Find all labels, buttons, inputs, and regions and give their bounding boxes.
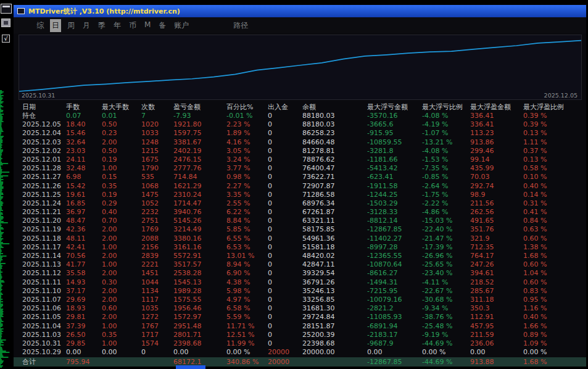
cell-value: 764.17 xyxy=(470,252,523,260)
cell-value: 0.15 xyxy=(102,173,141,181)
column-header: 手数 xyxy=(66,102,102,112)
table-row[interactable]: 2025.11.1114.930.3010441545.134.38 %0367… xyxy=(14,278,586,287)
cell-value: 321.9 xyxy=(470,234,523,243)
cell-value: 3940.76 xyxy=(173,208,226,217)
table-row[interactable]: 2025.11.1848.112.0020883380.166.55 %0549… xyxy=(14,234,586,243)
table-row[interactable]: 2025.11.1341.771.0022213517.578.94 %0428… xyxy=(14,260,586,269)
menu-item-备[interactable]: 备 xyxy=(157,19,168,32)
menu-item-季[interactable]: 季 xyxy=(96,19,107,32)
titlebar[interactable]: MTDriver统计 ,V3.10 (http://mtdriver.cn) xyxy=(14,5,586,17)
cell-value: -1244.25 xyxy=(367,191,422,199)
table-row[interactable]: 2025.11.0618.930.6010351956.466.58 %0316… xyxy=(14,304,586,313)
cell-value: 211.59 xyxy=(470,331,523,339)
table-row[interactable]: 持仓0.070.017-7.93-0.01 %088180.03-3570.16… xyxy=(14,112,586,120)
cell-value: 0.23 xyxy=(102,129,141,138)
cell-value: 457.95 xyxy=(470,322,523,331)
table-row[interactable]: 2025.12.0415.460.2310331597.751.89 %0862… xyxy=(14,129,586,138)
cell-value: 3214.49 xyxy=(173,225,226,234)
table-row[interactable]: 2025.10.290.000.0000.000.00 %2000020000.… xyxy=(14,348,586,357)
table-row[interactable]: 2025.11.0326.500.3517172801.7112.51 %025… xyxy=(14,331,586,339)
cell-value: 311.18 xyxy=(470,296,523,304)
check-icon[interactable]: √ xyxy=(2,35,10,43)
cell-date: 2025.11.28 xyxy=(22,164,66,173)
cell-value: -1911.58 xyxy=(367,182,422,191)
table-row[interactable]: 2025.11.2416.850.2910521714.472.55 %0689… xyxy=(14,199,586,208)
table-row[interactable]: 2025.11.0729.692.0011171575.554.97 %0332… xyxy=(14,296,586,304)
cell-value: 8.94 % xyxy=(226,260,268,269)
cell-date: 2025.11.12 xyxy=(22,269,66,278)
menu-item-账户[interactable]: 账户 xyxy=(172,19,191,32)
cell-value: 218.52 xyxy=(470,278,523,287)
cell-value: 2.27 % xyxy=(226,182,268,191)
cell-value: 0 xyxy=(268,269,302,278)
cell-value: 0 xyxy=(268,191,302,199)
cell-value: 0.70 xyxy=(102,217,141,225)
table-row[interactable]: 2025.12.0124.110.1916752476.153.24 %0788… xyxy=(14,155,586,164)
table-row[interactable]: 2025.11.1470.562.0028395572.9113.01 %048… xyxy=(14,252,586,260)
table-row[interactable]: 2025.11.2048.470.7027515145.268.84 %0633… xyxy=(14,217,586,225)
taskbar-fragment[interactable] xyxy=(176,365,205,369)
panel-icon[interactable] xyxy=(1,19,10,27)
table-row[interactable]: 2025.11.2832.481.0017902777.763.77 %0764… xyxy=(14,164,586,173)
cell-value: 1248 xyxy=(141,138,173,147)
table-row[interactable]: 2025.11.2136.970.4022323940.766.22 %0672… xyxy=(14,208,586,217)
cell-value: 211.56 xyxy=(470,199,523,208)
cell-value: 0 xyxy=(268,208,302,217)
cell-value: 0.84 % xyxy=(523,217,586,225)
cell-value: -12365.55 xyxy=(367,252,422,260)
cell-value: 262.56 xyxy=(470,208,523,217)
cell-value: -7215.95 xyxy=(367,287,422,296)
cell-value: -6891.94 xyxy=(367,322,422,331)
cell-value: 42847.11 xyxy=(302,260,367,269)
menu-item-年[interactable]: 年 xyxy=(112,19,123,32)
table-row[interactable]: 2025.11.1037.172.0011341989.285.98 %0352… xyxy=(14,287,586,296)
table-row[interactable]: 2025.11.276.980.15535714.840.98 %073622.… xyxy=(14,173,586,181)
chart-end-date: 2025.12.05 xyxy=(544,92,578,99)
cell-value: 0 xyxy=(268,296,302,304)
table-row[interactable]: 2025.12.0223.030.5012152402.193.05 %0812… xyxy=(14,147,586,155)
cell-value: 2.00 xyxy=(102,252,141,260)
table-row[interactable]: 2025.10.3129.851.0015742398.6811.99 %022… xyxy=(14,339,586,348)
table-row[interactable]: 2025.11.2615.420.3510681621.292.27 %0729… xyxy=(14,182,586,191)
cell-value: 340.86 % xyxy=(226,357,268,367)
cell-date: 2025.11.03 xyxy=(22,331,66,339)
menu-item-path[interactable]: 路径 xyxy=(233,20,248,31)
cell-value: -4.86 % xyxy=(422,208,470,217)
menu-item-币[interactable]: 币 xyxy=(127,19,138,32)
menu-item-周[interactable]: 周 xyxy=(65,19,77,32)
cell-value: 0 xyxy=(268,173,302,181)
cell-value: -30.68 % xyxy=(422,296,470,304)
cell-value: -4.19 % xyxy=(422,120,470,129)
cell-value: 5.59 % xyxy=(226,313,268,321)
cell-value: -2821.2 xyxy=(367,304,422,313)
table-row[interactable]: 2025.12.0332.642.0012483381.674.16 %0846… xyxy=(14,138,586,147)
table-row[interactable]: 2025.11.1742.411.0021563161.166.53 %0515… xyxy=(14,243,586,252)
table-row[interactable]: 2025.12.0518.400.5010201921.802.23 %0881… xyxy=(14,120,586,129)
menu-item-综[interactable]: 综 xyxy=(35,19,46,32)
cell-value: 24.11 xyxy=(66,155,102,164)
cell-value: 2402.19 xyxy=(173,147,226,155)
table-row[interactable]: 2025.11.1235.582.0014512538.286.90 %0393… xyxy=(14,269,586,278)
menu-item-月[interactable]: 月 xyxy=(81,19,92,32)
table-row[interactable]: 2025.11.0529.812.0012721572.975.59 %0297… xyxy=(14,313,586,321)
cell-date: 持仓 xyxy=(22,112,66,120)
cell-value: -26.96 % xyxy=(422,252,470,260)
menu-item-M[interactable]: M xyxy=(143,19,152,32)
cell-value: -11402.27 xyxy=(367,234,422,243)
cell-value: 2.55 % xyxy=(226,199,268,208)
left-dock: √ xyxy=(0,0,14,369)
cell-value: 350.3 xyxy=(470,304,523,313)
table-row[interactable]: 2025.11.2519.610.1914752310.243.35 %0712… xyxy=(14,191,586,199)
menu-item-日[interactable]: 日 xyxy=(50,19,61,32)
terminal-window-icon[interactable] xyxy=(1,4,12,14)
cell-value: 0.29 xyxy=(102,199,141,208)
cell-value: 1215 xyxy=(141,147,173,155)
cell-value: -8997.28 xyxy=(367,243,422,252)
cell-value: -7.93 xyxy=(173,112,226,120)
cell-value: 99.14 xyxy=(470,155,523,164)
table-row[interactable]: 2025.11.0437.391.0017672951.4811.71 %028… xyxy=(14,322,586,331)
cell-value: -23.40 % xyxy=(422,269,470,278)
cell-value: 33256.85 xyxy=(302,296,367,304)
table-row[interactable]: 2025.11.1942.362.0017693214.495.85 %0581… xyxy=(14,225,586,234)
cell-value: 0 xyxy=(268,234,302,243)
